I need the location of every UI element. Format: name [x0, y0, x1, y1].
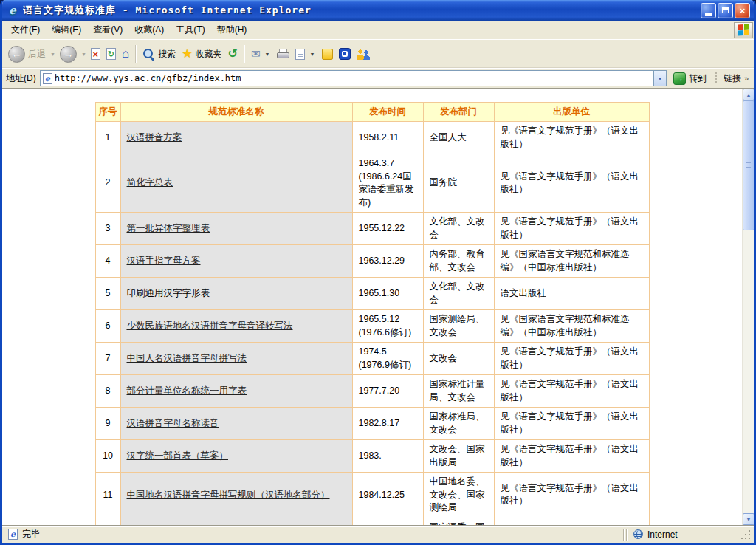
forward-dropdown-icon[interactable]: ▼ [80, 52, 88, 57]
standard-name-cell: 少数民族语地名汉语拼音字母音译转写法 [120, 310, 352, 343]
menu-help[interactable]: 帮助(H) [211, 21, 253, 39]
menu-bar: 文件(F) 编辑(E) 查看(V) 收藏(A) 工具(T) 帮助(H) [2, 21, 754, 39]
standard-link[interactable]: 汉语拼音字母名称读音 [127, 418, 219, 428]
search-icon [142, 48, 155, 61]
table-header-row: 序号 规范标准名称 发布时间 发布部门 出版单位 [95, 103, 649, 122]
publisher-cell: 见《国家语言文字规范和标准选编》（中国标准出版社） [494, 310, 649, 343]
publisher-cell: 见《语言文字规范手册》（语文出版社） [494, 122, 649, 154]
standard-link[interactable]: 汉语拼音方案 [127, 132, 182, 143]
web-page: 序号 规范标准名称 发布时间 发布部门 出版单位 1汉语拼音方案1958.2.1… [2, 89, 742, 525]
search-label: 搜索 [158, 48, 176, 61]
menu-tools[interactable]: 工具(T) [170, 21, 210, 39]
scroll-down-icon[interactable]: ▼ [743, 513, 754, 525]
page-icon: e [43, 73, 52, 84]
back-icon: ← [8, 46, 25, 63]
resize-grip[interactable] [741, 528, 752, 541]
table-row: 4汉语手指字母方案1963.12.29内务部、教育部、文改会见《国家语言文字规范… [95, 245, 649, 278]
status-message-pane: e 完毕 [5, 528, 622, 541]
standard-link[interactable]: 汉字统一部首表（草案） [127, 450, 229, 461]
col-header-dept: 发布部门 [423, 103, 494, 122]
minimize-button[interactable] [701, 3, 716, 18]
status-divider [623, 529, 625, 541]
publish-dept-cell: 全国人大 [423, 122, 494, 154]
stop-button[interactable]: × [88, 46, 103, 62]
status-page-icon: e [8, 529, 18, 540]
edit-dropdown-icon: ▼ [308, 52, 316, 57]
col-header-date: 发布时间 [352, 103, 423, 122]
links-label: 链接 [724, 72, 741, 85]
publisher-cell: 见《语言文字规范手册》（语文出版社） [494, 408, 649, 440]
discuss-button[interactable] [319, 47, 336, 62]
links-grip [715, 72, 717, 84]
home-button[interactable]: ⌂ [119, 46, 132, 62]
forward-button[interactable]: → [57, 44, 80, 65]
publish-date-cell: 1963.12.29 [352, 245, 423, 278]
scroll-up-icon[interactable]: ▲ [743, 89, 754, 100]
standard-link[interactable]: 中国人名汉语拼音字母拼写法 [127, 353, 247, 363]
back-dropdown-icon[interactable]: ▼ [49, 52, 57, 57]
browser-viewport: 序号 规范标准名称 发布时间 发布部门 出版单位 1汉语拼音方案1958.2.1… [2, 89, 754, 525]
menu-view[interactable]: 查看(V) [87, 21, 128, 39]
publish-date-cell: 1982.8.17 [352, 408, 423, 440]
print-button[interactable] [274, 47, 292, 62]
edit-button[interactable]: ▼ [292, 47, 319, 62]
history-button[interactable]: ↺ [225, 46, 241, 62]
menu-file[interactable]: 文件(F) [5, 21, 46, 39]
standard-name-cell: 印刷通用汉字字形表 [120, 278, 352, 310]
favorites-button[interactable]: ★ 收藏夹 [179, 46, 224, 63]
address-dropdown-icon[interactable]: ▼ [653, 71, 666, 86]
vertical-scrollbar[interactable]: ▲ ▼ [742, 89, 754, 525]
col-header-number: 序号 [95, 103, 120, 122]
table-row: 10汉字统一部首表（草案）1983.文改会、国家出版局见《语言文字规范手册》（语… [95, 440, 649, 473]
mail-button[interactable]: ✉ ▼ [248, 46, 275, 62]
scrollbar-thumb[interactable] [743, 100, 754, 230]
search-button[interactable]: 搜索 [140, 46, 179, 63]
publish-dept-cell: 国家标准局、文改会 [423, 408, 494, 440]
row-number-cell: 5 [95, 278, 120, 310]
ie-logo-icon: e [7, 4, 18, 16]
links-bar[interactable]: 链接 » [722, 72, 750, 85]
security-zone-pane: Internet [629, 528, 740, 541]
standard-link[interactable]: 简化字总表 [127, 177, 173, 188]
note-icon [322, 49, 333, 60]
row-number-cell: 2 [95, 154, 120, 213]
table-row: 1汉语拼音方案1958.2.11全国人大见《语言文字规范手册》（语文出版社） [95, 122, 649, 154]
publisher-cell [494, 518, 649, 525]
standards-table: 序号 规范标准名称 发布时间 发布部门 出版单位 1汉语拼音方案1958.2.1… [95, 102, 650, 525]
address-input[interactable] [52, 72, 653, 85]
standard-link[interactable]: 少数民族语地名汉语拼音字母音译转写法 [127, 321, 293, 331]
row-number-cell: 6 [95, 310, 120, 343]
standard-link[interactable]: 汉语手指字母方案 [127, 256, 201, 266]
publish-dept-cell: 国家测绘局、文改会 [423, 310, 494, 343]
standard-name-cell: 汉语拼音字母名称读音 [120, 408, 352, 440]
go-button[interactable]: → 转到 [670, 72, 709, 86]
menu-favorites[interactable]: 收藏(A) [128, 21, 170, 39]
publisher-cell: 语文出版社 [494, 278, 649, 310]
app-button[interactable] [336, 46, 354, 62]
back-button[interactable]: ← 后退 [5, 44, 49, 65]
publish-date-cell: 1977.7.20 [352, 375, 423, 408]
messenger-button[interactable] [354, 47, 374, 62]
menu-edit[interactable]: 编辑(E) [46, 21, 87, 39]
status-text: 完毕 [22, 528, 40, 541]
standard-name-cell: 部分计量单位名称统一用字表 [120, 375, 352, 408]
close-button[interactable]: × [735, 3, 750, 18]
standard-link[interactable]: 部分计量单位名称统一用字表 [127, 385, 247, 396]
window-controls: × [701, 3, 750, 18]
publisher-cell: 见《国家语言文字规范和标准选编》（中国标准出版社） [494, 245, 649, 278]
standard-name-cell [120, 518, 352, 525]
row-number-cell: 3 [95, 213, 120, 245]
standard-link[interactable]: 中国地名汉语拼音字母拼写规则（汉语地名部分） [127, 490, 330, 500]
standard-name-cell: 汉语拼音方案 [120, 122, 352, 154]
publish-date-cell: 1964.3.7 (1986.6.24国家语委重新发布) [352, 154, 423, 213]
table-row: 3第一批异体字整理表1955.12.22文化部、文改会见《语言文字规范手册》（语… [95, 213, 649, 245]
refresh-button[interactable]: ↻ [103, 46, 119, 62]
standard-link[interactable]: 第一批异体字整理表 [127, 223, 210, 233]
title-bar: e 语言文字规范标准库 - Microsoft Internet Explore… [2, 0, 754, 21]
row-number-cell: 10 [95, 440, 120, 473]
publisher-cell: 见《语言文字规范手册》（语文出版社） [494, 343, 649, 375]
maximize-button[interactable] [718, 3, 733, 18]
table-row: 9汉语拼音字母名称读音1982.8.17国家标准局、文改会见《语言文字规范手册》… [95, 408, 649, 440]
globe-icon [633, 529, 643, 539]
publish-date-cell: 1965.1.30 [352, 278, 423, 310]
